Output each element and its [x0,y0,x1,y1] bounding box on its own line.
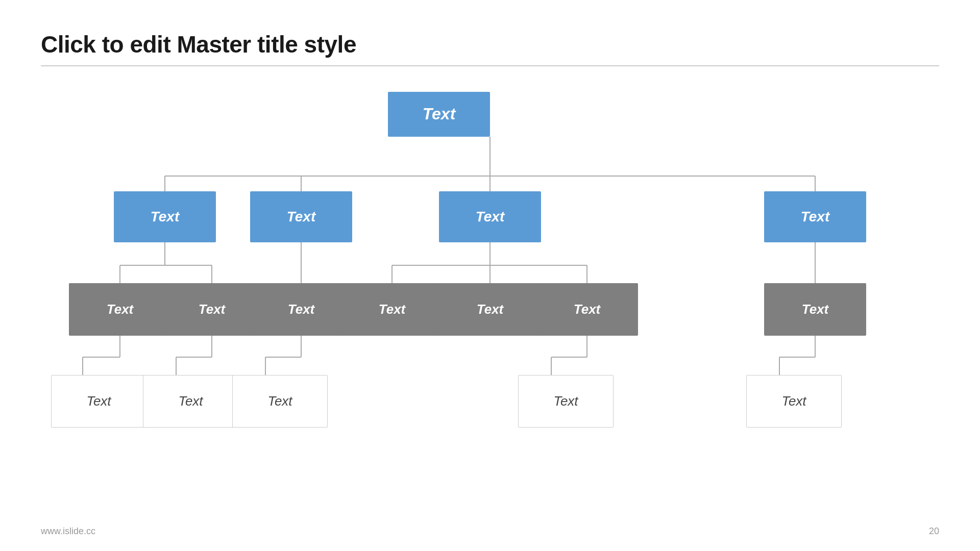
node-l3-b1w[interactable]: Text [232,375,328,428]
node-l2-c3[interactable]: Text [536,283,638,336]
node-l2-c1[interactable]: Text [341,283,443,336]
node-l3-a2w[interactable]: Text [143,375,238,428]
node-l1-c[interactable]: Text [439,191,541,242]
node-l2-c2[interactable]: Text [439,283,541,336]
node-l2-a2[interactable]: Text [161,283,263,336]
title-area: Click to edit Master title style [41,31,939,66]
slide-title[interactable]: Click to edit Master title style [41,31,939,58]
slide-container: Click to edit Master title style [0,0,980,551]
node-l3-d1w[interactable]: Text [746,375,842,428]
node-l3-c3w[interactable]: Text [518,375,614,428]
node-l2-a1[interactable]: Text [69,283,171,336]
node-l2-d1[interactable]: Text [764,283,866,336]
node-l1-b[interactable]: Text [250,191,352,242]
footer: www.islide.cc 20 [41,526,939,537]
title-divider [41,65,939,66]
node-l2-b1[interactable]: Text [250,283,352,336]
footer-url: www.islide.cc [41,526,95,537]
footer-page: 20 [929,526,939,537]
node-l3-a1w[interactable]: Text [51,375,146,428]
node-l1-d[interactable]: Text [764,191,866,242]
node-l1-a[interactable]: Text [114,191,216,242]
chart-area: Text Text Text Text Text Text Text T [41,82,939,464]
node-root[interactable]: Text [388,92,490,137]
